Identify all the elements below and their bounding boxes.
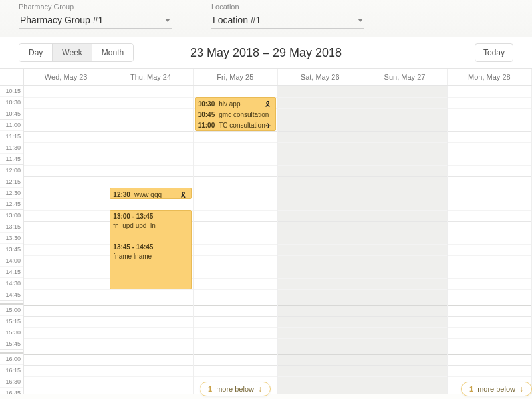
- pharmacy-group-filter: Pharmacy Group Pharmacy Group #1: [19, 3, 172, 29]
- arrow-down-icon: ↓: [519, 384, 523, 394]
- time-slot: 12:45: [0, 199, 23, 210]
- location-value: Location #1: [213, 15, 261, 25]
- day-column-sun[interactable]: [362, 86, 447, 394]
- time-slot: 14:00: [0, 255, 23, 267]
- time-slot: 13:45: [0, 244, 23, 255]
- event-block[interactable]: 13:00 - 13:45fn_upd upd_ln13:45 - 14:45f…: [110, 210, 191, 289]
- time-slot: 14:30: [0, 278, 23, 289]
- filter-bar: Pharmacy Group Pharmacy Group #1 Locatio…: [0, 0, 532, 37]
- time-slot: 12:30: [0, 188, 23, 199]
- day-header-sun: Sun, May 27: [362, 69, 447, 85]
- event-block[interactable]: 12:30 www qqq🎗: [110, 188, 191, 199]
- more-count: 1: [208, 385, 212, 393]
- view-switch: Day Week Month: [19, 43, 134, 62]
- time-gutter: 10:1510:3010:4511:0011:1511:3011:4512:00…: [0, 86, 24, 394]
- airplane-icon: ✈: [265, 121, 271, 130]
- time-slot: 11:15: [0, 131, 23, 142]
- calendar-toolbar: Day Week Month 23 May 2018 – 29 May 2018…: [0, 37, 532, 68]
- day-headers: Wed, May 23 Thu, May 24 Fri, May 25 Sat,…: [0, 68, 532, 86]
- time-slot: 10:15: [0, 86, 23, 97]
- day-header-wed: Wed, May 23: [24, 69, 108, 85]
- more-below-pill[interactable]: 1 more below ↓: [200, 382, 271, 396]
- time-slot: 15:00: [0, 305, 23, 316]
- ribbon-icon: 🎗: [264, 100, 271, 109]
- pharmacy-group-value: Pharmacy Group #1: [20, 15, 103, 25]
- more-label: more below: [477, 385, 515, 393]
- view-month-button[interactable]: Month: [92, 44, 133, 61]
- time-slot: 12:00: [0, 165, 23, 176]
- time-slot: 10:45: [0, 108, 23, 120]
- time-slot: 15:15: [0, 316, 23, 327]
- time-slot: 13:30: [0, 233, 23, 244]
- arrow-down-icon: ↓: [258, 384, 262, 394]
- day-header-sat: Sat, May 26: [278, 69, 362, 85]
- location-select[interactable]: Location #1: [211, 12, 364, 29]
- time-slot: 11:00: [0, 120, 23, 131]
- view-week-button[interactable]: Week: [53, 44, 92, 61]
- day-column-fri[interactable]: 10:30 hiv app🎗10:45 gmc consultation11:0…: [194, 86, 278, 394]
- calendar: Wed, May 23 Thu, May 24 Fri, May 25 Sat,…: [0, 68, 532, 394]
- time-slot: 16:30: [0, 376, 23, 388]
- more-label: more below: [216, 385, 254, 393]
- more-count: 1: [469, 385, 473, 393]
- time-slot: 11:45: [0, 154, 23, 165]
- day-column-wed[interactable]: [24, 86, 108, 394]
- more-below-pill[interactable]: 1 more below ↓: [461, 382, 532, 396]
- time-slot: 16:15: [0, 365, 23, 376]
- time-slot: 14:15: [0, 267, 23, 278]
- time-slot: 16:45: [0, 388, 23, 394]
- time-slot: 16:00: [0, 354, 23, 365]
- ribbon-icon: 🎗: [180, 190, 187, 199]
- location-filter: Location Location #1: [211, 3, 364, 29]
- event-block[interactable]: 10:30 hiv app🎗10:45 gmc consultation11:0…: [195, 97, 276, 131]
- day-header-thu: Thu, May 24: [108, 69, 193, 85]
- time-slot: 12:15: [0, 176, 23, 188]
- day-header-mon: Mon, May 28: [448, 69, 532, 85]
- time-slot: 13:00: [0, 210, 23, 221]
- chevron-down-icon: [358, 19, 363, 22]
- pharmacy-group-select[interactable]: Pharmacy Group #1: [19, 12, 172, 29]
- day-column-sat[interactable]: [278, 86, 362, 394]
- today-button[interactable]: Today: [475, 43, 513, 62]
- calendar-grid[interactable]: 10:1510:3010:4511:0011:1511:3011:4512:00…: [0, 86, 532, 394]
- time-slot: 14:45: [0, 289, 23, 301]
- time-slot: 15:45: [0, 338, 23, 350]
- time-slot: 13:15: [0, 221, 23, 233]
- time-slot: 10:30: [0, 97, 23, 108]
- date-range: 23 May 2018 – 29 May 2018: [190, 46, 342, 60]
- day-column-mon[interactable]: [448, 86, 532, 394]
- event-stub[interactable]: [110, 86, 191, 86]
- chevron-down-icon: [165, 19, 170, 22]
- day-header-fri: Fri, May 25: [194, 69, 278, 85]
- time-slot: 15:30: [0, 327, 23, 338]
- day-column-thu[interactable]: 12:30 www qqq🎗13:00 - 13:45fn_upd upd_ln…: [108, 86, 193, 394]
- view-day-button[interactable]: Day: [19, 44, 53, 61]
- time-slot: 11:30: [0, 142, 23, 154]
- location-label: Location: [211, 3, 364, 11]
- pharmacy-group-label: Pharmacy Group: [19, 3, 172, 11]
